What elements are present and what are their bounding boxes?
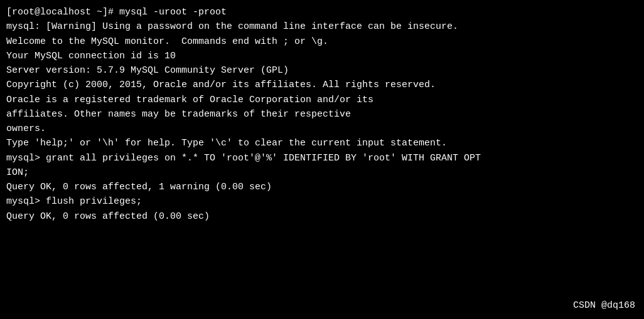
terminal-output: [root@localhost ~]# mysql -uroot -prootm…: [6, 5, 638, 224]
terminal-line-welcome-line: Welcome to the MySQL monitor. Commands e…: [6, 34, 638, 49]
watermark: CSDN @dq168: [573, 298, 635, 313]
terminal-line-oracle1: Oracle is a registered trademark of Orac…: [6, 93, 638, 107]
terminal-line-copyright: Copyright (c) 2000, 2015, Oracle and/or …: [6, 78, 638, 92]
terminal-line-help-line: Type 'help;' or '\h' for help. Type '\c'…: [6, 136, 638, 150]
terminal-line-grant-cmd2: ION;: [6, 165, 638, 180]
terminal-line-flush-cmd: mysql> flush privileges;: [6, 194, 638, 209]
terminal-line-connection-id: Your MySQL connection id is 10: [6, 49, 638, 63]
terminal-line-oracle2: affiliates. Other names may be trademark…: [6, 107, 638, 122]
terminal-line-warning-line: mysql: [Warning] Using a password on the…: [6, 19, 638, 34]
terminal-line-server-version: Server version: 5.7.9 MySQL Community Se…: [6, 63, 638, 78]
terminal-line-query-ok2: Query OK, 0 rows affected (0.00 sec): [6, 209, 638, 224]
terminal-line-query-ok1: Query OK, 0 rows affected, 1 warning (0.…: [6, 180, 638, 194]
terminal-line-cmd-prompt: [root@localhost ~]# mysql -uroot -proot: [6, 5, 638, 19]
terminal-line-oracle3: owners.: [6, 122, 638, 136]
terminal-window: [root@localhost ~]# mysql -uroot -prootm…: [0, 0, 644, 319]
terminal-line-grant-cmd: mysql> grant all privileges on *.* TO 'r…: [6, 151, 638, 165]
